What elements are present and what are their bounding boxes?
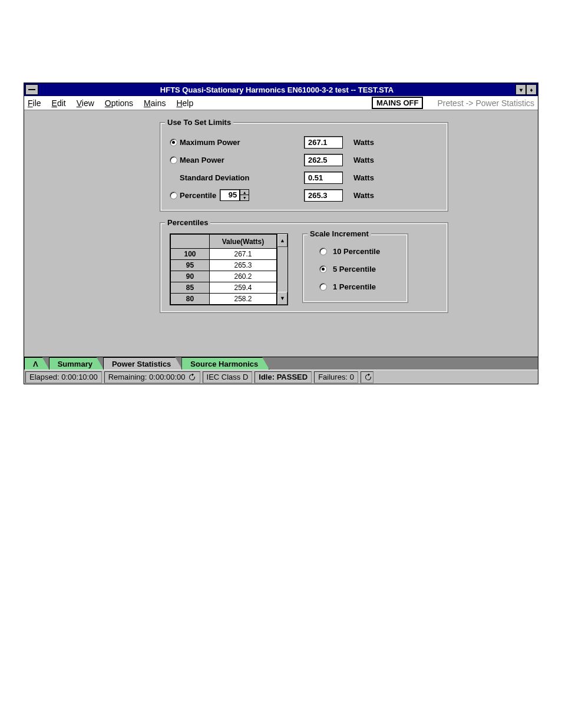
mean-power-unit: Watts [353,156,374,164]
table-corner [171,235,210,249]
percentile-unit: Watts [353,191,374,200]
statusbar: Elapsed: 0:00:10:00 Remaining: 0:00:00:0… [24,370,538,384]
scale-10-label: 10 Percentile [333,247,380,256]
max-power-label: Maximum Power [180,138,240,147]
radio-mean-power[interactable] [170,156,177,164]
radio-scale-1[interactable] [319,283,327,291]
spin-down-icon[interactable]: ▼ [240,195,249,200]
app-window: HFTS Quasi-Stationary Harmonics EN61000-… [24,83,538,384]
table-scrollbar[interactable]: ▲ ▼ [277,234,287,305]
menu-edit[interactable]: Edit [52,98,66,108]
menu-view[interactable]: View [77,98,94,108]
limits-group: Use To Set Limits Maximum Power 267.1 Wa… [160,122,448,212]
pct-row-p: 100 [171,249,210,260]
stddev-label: Standard Deviation [180,173,249,182]
table-row: 95 265.3 [171,260,277,271]
limits-legend: Use To Set Limits [165,118,233,127]
client-area: Use To Set Limits Maximum Power 267.1 Wa… [24,110,538,357]
scale-5-label: 5 Percentile [333,265,376,274]
system-menu-icon[interactable] [25,84,38,95]
refresh-icon[interactable] [365,373,372,381]
pct-row-p: 85 [171,282,210,294]
status-iec-class: IEC Class D [203,371,253,383]
table-row: 90 260.2 [171,271,277,282]
pct-row-p: 95 [171,260,210,271]
scale-legend: Scale Increment [308,229,371,238]
minimize-button[interactable]: ▾ [515,84,526,95]
tab-summary[interactable]: Summary [49,357,104,370]
status-refresh[interactable] [361,371,373,383]
status-idle: Idle: PASSED [254,371,312,383]
percentiles-legend: Percentiles [165,218,210,227]
stddev-value[interactable]: 0.51 [304,172,343,184]
percentile-spin-value[interactable]: 95 [220,189,240,201]
menu-mains[interactable]: Mains [144,98,166,108]
scale-increment-group: Scale Increment 10 Percentile 5 Percenti… [302,233,408,303]
tab-source-harmonics[interactable]: Source Harmonics [181,357,269,370]
maximize-button[interactable]: ♦ [526,84,537,95]
stddev-unit: Watts [353,173,374,182]
scroll-track[interactable] [277,247,287,292]
max-power-unit: Watts [353,138,374,147]
pct-row-p: 80 [171,294,210,305]
tab-lambda[interactable]: Λ [24,357,49,370]
pct-row-v: 267.1 [210,249,277,260]
spin-up-icon[interactable]: ▲ [240,190,249,195]
remaining-label: Remaining: [108,373,147,381]
radio-percentile[interactable] [170,192,177,199]
pct-row-p: 90 [171,271,210,282]
pct-row-v: 258.2 [210,294,277,305]
titlebar: HFTS Quasi-Stationary Harmonics EN61000-… [24,83,538,96]
table-header-value: Value(Watts) [210,235,277,249]
radio-scale-5[interactable] [319,265,327,273]
table-row: 80 258.2 [171,294,277,305]
status-failures: Failures: 0 [314,371,358,383]
table-row: 100 267.1 [171,249,277,260]
window-title: HFTS Quasi-Stationary Harmonics EN61000-… [39,85,514,94]
mean-power-label: Mean Power [180,156,224,164]
status-remaining: Remaining: 0:00:00:00 [104,371,200,383]
scale-1-label: 1 Percentile [333,282,376,291]
scroll-up-icon[interactable]: ▲ [277,234,287,247]
pct-row-v: 260.2 [210,271,277,282]
status-elapsed: Elapsed: 0:00:10:00 [25,371,102,383]
pct-row-v: 265.3 [210,260,277,271]
menu-help[interactable]: Help [176,98,193,108]
percentile-label: Percentile [180,191,216,200]
menubar: File Edit View Options Mains Help MAINS … [24,96,538,110]
radio-scale-10[interactable] [319,248,327,255]
mean-power-value[interactable]: 262.5 [304,154,343,166]
table-row: 85 259.4 [171,282,277,294]
remaining-value: 0:00:00:00 [149,373,185,381]
failures-label: Failures: [318,373,348,381]
percentile-value[interactable]: 265.3 [304,189,343,202]
tabs-bar: Λ Summary Power Statistics Source Harmon… [24,357,538,370]
radio-max-power[interactable] [170,139,177,146]
elapsed-label: Elapsed: [29,373,59,381]
mains-off-button[interactable]: MAINS OFF [372,97,424,109]
menu-file[interactable]: File [28,98,41,108]
percentiles-table: Value(Watts) 100 267.1 95 265.3 90 260 [170,233,288,305]
scroll-down-icon[interactable]: ▼ [277,292,287,305]
window-controls: ▾ ♦ [515,84,537,95]
elapsed-value: 0:00:10:00 [61,373,97,381]
pct-row-v: 259.4 [210,282,277,294]
pretest-status-label: Pretest -> Power Statistics [437,98,534,108]
percentiles-group: Percentiles Value(Watts) 100 267.1 95 [160,222,448,313]
tab-power-statistics[interactable]: Power Statistics [103,357,182,370]
percentile-spinner[interactable]: 95 ▲ ▼ [220,189,249,201]
max-power-value[interactable]: 267.1 [304,136,343,149]
refresh-icon[interactable] [188,373,196,381]
failures-value: 0 [350,373,354,381]
menu-options[interactable]: Options [105,98,133,108]
